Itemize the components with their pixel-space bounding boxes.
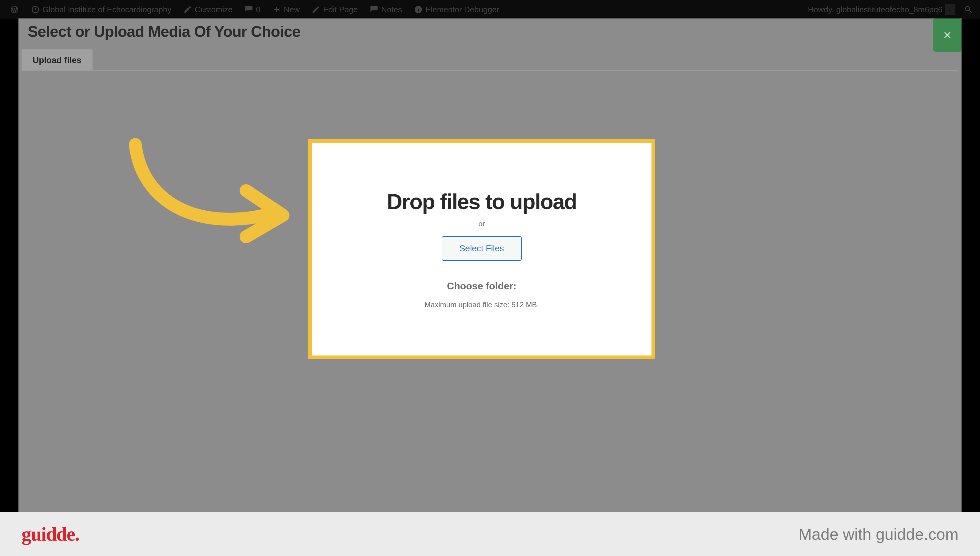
- notes-label: Notes: [381, 5, 402, 15]
- guidde-credit: Made with guidde.com: [799, 525, 959, 543]
- modal-title: Select or Upload Media Of Your Choice: [27, 23, 300, 40]
- upload-inner: Drop files to upload or Select Files Cho…: [387, 189, 576, 309]
- guidde-logo: guidde.: [21, 523, 79, 546]
- dashboard-icon: [31, 5, 40, 14]
- customize-menu[interactable]: Customize: [180, 5, 236, 15]
- tab-upload-files[interactable]: Upload files: [21, 49, 92, 70]
- pencil-icon: [311, 5, 320, 14]
- new-content-menu[interactable]: New: [268, 5, 303, 15]
- select-files-button[interactable]: Select Files: [442, 236, 522, 261]
- howdy-text: Howdy, globalinstituteofecho_8m6pq6: [808, 5, 943, 15]
- edit-page-label: Edit Page: [323, 5, 358, 15]
- comment-icon: [369, 5, 378, 14]
- comments-menu[interactable]: 0: [241, 5, 264, 15]
- site-name-label: Global Institute of Echocardiography: [42, 5, 171, 15]
- comments-count: 0: [256, 5, 260, 15]
- site-name-menu[interactable]: Global Institute of Echocardiography: [27, 5, 175, 15]
- edit-page-menu[interactable]: Edit Page: [307, 5, 361, 15]
- upload-dropzone[interactable]: Drop files to upload or Select Files Cho…: [308, 139, 655, 359]
- comment-icon: [244, 5, 254, 14]
- wp-logo-menu[interactable]: [6, 5, 23, 14]
- plus-icon: [272, 5, 281, 14]
- svg-text:i: i: [418, 7, 419, 12]
- guidde-footer: guidde. Made with guidde.com: [0, 512, 980, 556]
- or-text: or: [478, 220, 485, 228]
- notes-menu[interactable]: Notes: [366, 5, 406, 15]
- tabs-bar: Upload files: [21, 49, 959, 71]
- debugger-menu[interactable]: i Elementor Debugger: [410, 5, 503, 15]
- wordpress-icon: [10, 5, 19, 14]
- choose-folder-label: Choose folder:: [447, 280, 516, 292]
- annotation-arrow: [117, 132, 301, 255]
- avatar: [945, 4, 956, 15]
- debugger-label: Elementor Debugger: [425, 5, 499, 15]
- drop-headline: Drop files to upload: [387, 189, 576, 214]
- customize-label: Customize: [195, 5, 233, 15]
- search-icon[interactable]: [964, 4, 974, 15]
- close-button[interactable]: [933, 18, 962, 52]
- wp-admin-bar: Global Institute of Echocardiography Cus…: [0, 0, 980, 19]
- pencil-icon: [183, 5, 192, 14]
- close-icon: [942, 30, 953, 40]
- admin-bar-right: Howdy, globalinstituteofecho_8m6pq6: [804, 4, 974, 15]
- admin-bar-left: Global Institute of Echocardiography Cus…: [6, 5, 503, 15]
- info-icon: i: [414, 5, 423, 14]
- max-upload-size: Maximum upload file size: 512 MB.: [424, 301, 539, 309]
- new-content-label: New: [284, 5, 299, 15]
- media-modal: Select or Upload Media Of Your Choice Up…: [18, 18, 962, 512]
- user-greeting[interactable]: Howdy, globalinstituteofecho_8m6pq6: [804, 4, 959, 15]
